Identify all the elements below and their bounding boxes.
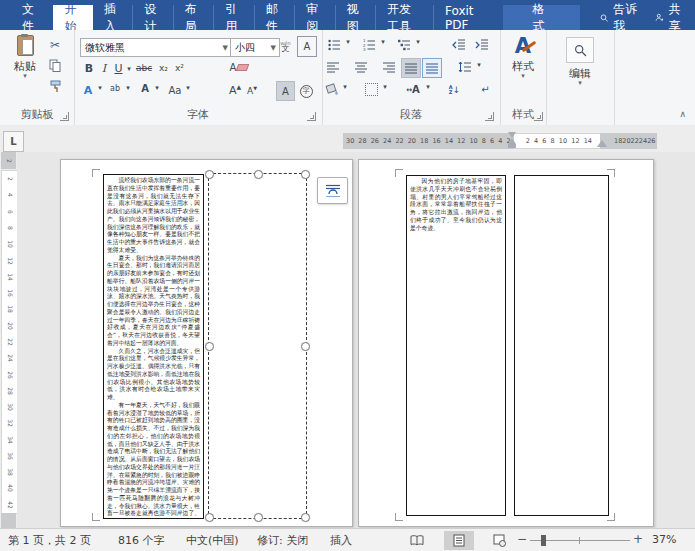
page-1[interactable]: 流经我们农场东部的一条河流一直在我们生活中发挥着重要作用，要是没有这条河，我们就… [60,159,353,527]
line-spacing-dropdown[interactable]: ▾ [475,63,483,68]
zoom-slider-handle[interactable] [541,535,546,546]
page-2[interactable]: 因为他们的房子地基牢固，即使洪水几乎天天冲刷也不会轻易倒塌。村里的男人们平常驾船… [358,159,654,527]
numbering-button[interactable]: 123 [361,37,378,53]
underline-dropdown[interactable]: ▾ [125,64,133,74]
zoom-level[interactable]: 37% [652,533,676,546]
character-scaling-dropdown[interactable]: ▾ [424,85,432,90]
editing-button[interactable]: 编辑 ▾ [560,37,600,86]
vertical-ruler[interactable]: 2 24681012141618202224262830323436384042 [0,152,17,528]
insert-mode-indicator[interactable]: 插入 [330,533,352,548]
tell-me-box[interactable]: 告诉我 [592,5,647,30]
borders-button[interactable] [363,81,380,98]
tab-format-contextual[interactable]: 格式 [503,5,580,30]
character-scaling-button[interactable]: ↔A [403,81,423,98]
selected-text-box[interactable] [208,173,307,519]
enclose-characters-button[interactable]: 字 [298,83,314,99]
sort-button[interactable]: AZ ↓ [446,81,463,98]
text-effects-dropdown[interactable]: ▾ [96,86,104,91]
font-color-button[interactable]: A [138,81,152,99]
tab-insert[interactable]: 插入 [93,5,133,30]
multilevel-dropdown[interactable]: ▾ [414,40,422,45]
tab-view[interactable]: 视图 [336,5,376,30]
tab-foxit-pdf[interactable]: Foxit PDF [434,5,497,30]
italic-button[interactable]: I [98,60,110,76]
underline-button[interactable]: U [112,60,125,76]
align-center-button[interactable] [353,59,369,75]
tab-references[interactable]: 引用 [214,5,254,30]
tab-developer[interactable]: 开发工具 [376,5,434,30]
format-painter-button[interactable] [46,78,64,94]
text-box-filled[interactable]: 流经我们农场东部的一条河流一直在我们生活中发挥着重要作用，要是没有这条河，我们就… [103,174,204,519]
show-hide-marks-button[interactable]: ↵ [478,81,493,98]
resize-handle-ne[interactable] [301,170,310,179]
document-canvas[interactable]: 流经我们农场东部的一条河流一直在我们生活中发挥着重要作用，要是没有这条河，我们就… [17,152,695,528]
page-indicator[interactable]: 第 1 页，共 2 页 [8,533,91,548]
font-name-combo[interactable]: 微软雅黑 ▼ [80,38,232,57]
collapse-ribbon-button[interactable]: ∧ [679,109,686,119]
word-count[interactable]: 816 个字 [118,533,165,548]
strikethrough-button[interactable]: abc [134,60,154,76]
distribute-button[interactable] [422,58,442,78]
clear-formatting-button[interactable]: A [228,59,250,76]
language-indicator[interactable]: 中文(中国) [186,533,239,548]
subscript-button[interactable]: x₂ [156,60,171,76]
read-mode-button[interactable] [402,531,432,550]
resize-handle-e[interactable] [301,342,310,351]
increase-indent-button[interactable] [473,37,491,53]
right-indent-marker[interactable] [597,140,607,147]
text-effects-button[interactable]: A [80,81,96,99]
line-spacing-button[interactable] [456,59,474,75]
borders-dropdown[interactable]: ▾ [381,85,389,90]
text-box-page2-left[interactable]: 因为他们的房子地基牢固，即使洪水几乎天天冲刷也不会轻易倒塌。村里的男人们平常驾船… [406,175,506,516]
resize-handle-s[interactable] [254,513,263,522]
superscript-button[interactable]: x² [172,60,187,76]
print-layout-button[interactable] [444,531,474,550]
tab-stop-selector[interactable]: L [3,131,24,152]
change-case-button[interactable]: Aa [166,81,184,99]
tab-layout[interactable]: 布局 [174,5,214,30]
resize-handle-n[interactable] [254,170,263,179]
shrink-font-button[interactable]: A▼ [245,83,259,99]
styles-dialog-launcher[interactable] [534,112,543,121]
resize-handle-nw[interactable] [205,170,214,179]
bullets-dropdown[interactable]: ▾ [344,40,352,45]
phonetic-guide-button[interactable]: wén 文 [276,36,295,55]
indent-markers[interactable] [507,132,516,148]
tab-review[interactable]: 审阅 [295,5,335,30]
grow-font-button[interactable]: A▲ [227,81,243,99]
track-changes-indicator[interactable]: 修订: 关闭 [257,533,308,548]
zoom-in-button[interactable]: + [633,532,643,546]
bullets-button[interactable] [326,37,343,53]
align-left-button[interactable] [325,59,341,75]
tab-design[interactable]: 设计 [133,5,173,30]
tab-mailings[interactable]: 邮件 [255,5,295,30]
cut-button[interactable]: ✂ [46,37,64,53]
font-color-dropdown[interactable]: ▾ [153,86,161,91]
styles-button[interactable]: A 样式 ▾ [505,35,541,79]
font-size-combo[interactable]: 小四 ▼ [230,38,280,57]
horizontal-ruler[interactable]: 30282624222018161412108642 2468101214 18… [343,133,657,149]
resize-handle-se[interactable] [301,513,310,522]
paste-button[interactable]: 粘贴 ▾ [8,35,42,79]
text-highlight-dropdown[interactable]: ▾ [124,86,132,91]
bold-button[interactable]: B [82,60,96,76]
change-case-dropdown[interactable]: ▾ [184,86,192,91]
share-button[interactable]: 共享 [647,5,694,30]
copy-button[interactable] [46,57,64,73]
paragraph-shading-dropdown[interactable]: ▾ [341,85,349,90]
resize-handle-w[interactable] [205,342,214,351]
text-box-page2-right[interactable] [514,175,609,516]
resize-handle-sw[interactable] [205,513,214,522]
paragraph-dialog-launcher[interactable] [485,112,494,121]
tab-file[interactable]: 文件 [8,5,53,30]
character-shading-button[interactable]: A [276,81,295,101]
multilevel-list-button[interactable] [396,37,413,53]
clipboard-dialog-launcher[interactable] [60,112,69,121]
character-border-button[interactable]: A [297,36,317,57]
tab-home[interactable]: 开始 [53,5,92,30]
align-right-button[interactable] [381,59,397,75]
font-dialog-launcher[interactable] [307,112,316,121]
justify-button[interactable] [401,58,421,78]
web-layout-button[interactable] [484,531,514,550]
layout-options-button[interactable] [317,177,348,204]
